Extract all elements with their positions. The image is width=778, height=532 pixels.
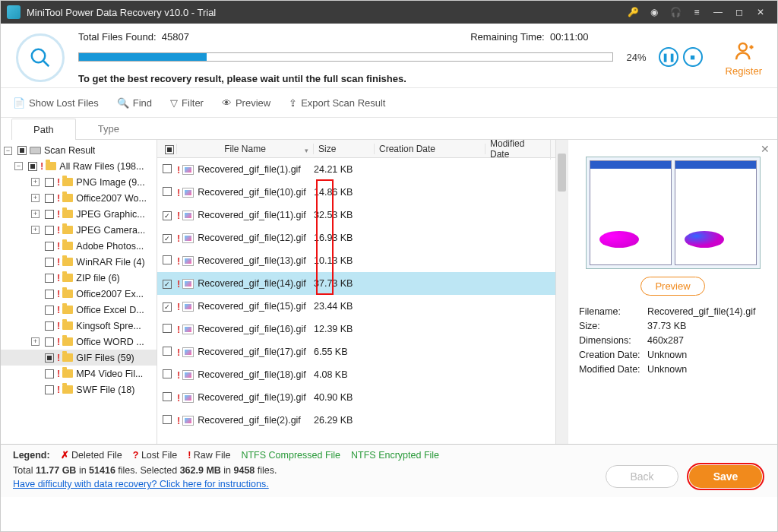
tree-item[interactable]: !SWF File (18) [1, 382, 157, 397]
close-button[interactable]: ✕ [751, 3, 770, 21]
tree-item[interactable]: +!JPEG Graphic... [1, 206, 157, 222]
file-row[interactable]: !Recovered_gif_file(17).gif6.55 KB [157, 340, 555, 363]
file-row[interactable]: ✓!Recovered_gif_file(14).gif37.73 KB [157, 272, 555, 295]
help-link[interactable]: Have difficulty with data recovery? Clic… [13, 479, 269, 489]
file-name: Recovered_gif_file(17).gif [198, 347, 305, 357]
file-size: 37.73 KB [314, 278, 375, 289]
file-checkbox[interactable] [163, 255, 172, 264]
filter-button[interactable]: ▽ Filter [170, 97, 204, 109]
stop-button[interactable]: ■ [683, 47, 703, 67]
file-name: Recovered_gif_file(15).gif [198, 301, 305, 312]
show-lost-files-button[interactable]: 📄 Show Lost Files [13, 97, 99, 109]
tree-item[interactable]: !WinRAR File (4) [1, 254, 157, 270]
col-size[interactable]: Size [314, 144, 375, 154]
file-row[interactable]: ✓!Recovered_gif_file(15).gif23.44 KB [157, 295, 555, 318]
file-name: Recovered_gif_file(11).gif [198, 210, 305, 220]
app-title: MiniTool Power Data Recovery v10.0 - Tri… [27, 7, 216, 18]
file-size: 12.39 KB [314, 324, 375, 334]
file-row[interactable]: ✓!Recovered_gif_file(11).gif32.53 KB [157, 204, 555, 226]
file-checkbox[interactable] [163, 324, 172, 333]
find-button[interactable]: 🔍 Find [117, 97, 152, 109]
tree-item[interactable]: −!All Raw Files (198... [1, 158, 157, 174]
scan-icon [16, 33, 65, 82]
file-list-scrollbar[interactable] [555, 140, 568, 444]
close-preview-icon[interactable]: ✕ [761, 143, 770, 155]
tree-item[interactable]: +!JPEG Camera... [1, 222, 157, 238]
minimize-button[interactable]: — [709, 3, 727, 21]
col-filename[interactable]: File Name▾ [177, 144, 314, 154]
meta-modified-label: Modified Date: [579, 364, 647, 375]
file-row[interactable]: !Recovered_gif_file(1).gif24.21 KB [157, 158, 555, 181]
tree-item[interactable]: !GIF Files (59) [1, 350, 157, 366]
headphones-icon[interactable]: 🎧 [666, 3, 685, 21]
tree-item[interactable]: !Office2007 Ex... [1, 286, 157, 302]
tree-item[interactable]: !Office Excel D... [1, 302, 157, 318]
file-size: 40.90 KB [314, 392, 375, 403]
tree-item[interactable]: +!PNG Image (9... [1, 174, 157, 190]
scan-hint: To get the best recovery result, please … [78, 73, 703, 84]
titlebar: MiniTool Power Data Recovery v10.0 - Tri… [1, 1, 777, 24]
key-icon[interactable]: 🔑 [624, 3, 642, 21]
file-icon [182, 347, 194, 357]
maximize-button[interactable]: ◻ [730, 3, 748, 21]
disc-icon[interactable]: ◉ [645, 3, 663, 21]
select-all-checkbox[interactable] [165, 145, 174, 154]
tree-item[interactable]: !Kingsoft Spre... [1, 318, 157, 334]
file-icon [182, 279, 194, 289]
meta-size-value: 37.73 KB [647, 321, 686, 331]
file-row[interactable]: !Recovered_gif_file(16).gif12.39 KB [157, 318, 555, 340]
file-checkbox[interactable] [163, 164, 172, 173]
preview-toolbar-button[interactable]: 👁 Preview [222, 97, 270, 109]
tab-type[interactable]: Type [76, 118, 141, 139]
tree-item[interactable]: !MP4 Video Fil... [1, 366, 157, 382]
file-name: Recovered_gif_file(1).gif [198, 164, 301, 175]
preview-panel: ✕ Preview Filename:Recovered_gif_file(14… [568, 140, 777, 444]
progress-bar [78, 52, 613, 62]
meta-modified-value: Unknown [647, 364, 687, 375]
file-row[interactable]: !Recovered_gif_file(13).gif10.13 KB [157, 249, 555, 272]
meta-dimensions-label: Dimensions: [579, 335, 647, 346]
file-icon [182, 370, 194, 380]
folder-tree[interactable]: −Scan Result −!All Raw Files (198...+!PN… [1, 140, 157, 444]
file-checkbox[interactable] [163, 369, 172, 378]
tree-item[interactable]: +!Office WORD ... [1, 334, 157, 350]
file-checkbox[interactable] [163, 415, 172, 424]
meta-size-label: Size: [579, 321, 647, 331]
tab-path[interactable]: Path [11, 119, 76, 140]
meta-creation-value: Unknown [647, 350, 687, 360]
preview-button[interactable]: Preview [640, 277, 704, 296]
status-bar: Legend: ✗ Deleted File ? Lost File ! Raw… [1, 444, 777, 497]
file-row[interactable]: !Recovered_gif_file(19).gif40.90 KB [157, 386, 555, 409]
file-checkbox[interactable]: ✓ [163, 280, 172, 289]
tree-root[interactable]: −Scan Result [1, 143, 157, 158]
file-row[interactable]: !Recovered_gif_file(10).gif14.86 KB [157, 181, 555, 204]
total-files-label: Total Files Found: 45807 [78, 31, 189, 43]
file-checkbox[interactable]: ✓ [163, 211, 172, 220]
file-checkbox[interactable]: ✓ [163, 234, 172, 243]
col-creation-date[interactable]: Creation Date [375, 144, 485, 154]
file-name: Recovered_gif_file(14).gif [198, 278, 305, 289]
file-name: Recovered_gif_file(2).gif [198, 415, 301, 426]
col-modified-date[interactable]: Modified Date [485, 140, 551, 160]
file-checkbox[interactable] [163, 347, 172, 356]
file-checkbox[interactable]: ✓ [163, 302, 172, 312]
back-button[interactable]: Back [606, 465, 678, 488]
file-icon [182, 211, 194, 220]
pause-button[interactable]: ❚❚ [659, 47, 678, 67]
file-row[interactable]: ✓!Recovered_gif_file(12).gif16.93 KB [157, 226, 555, 249]
file-checkbox[interactable] [163, 392, 172, 401]
menu-icon[interactable]: ≡ [688, 3, 706, 21]
main-panel: −Scan Result −!All Raw Files (198...+!PN… [1, 140, 777, 444]
tree-item[interactable]: !Adobe Photos... [1, 238, 157, 254]
file-checkbox[interactable] [163, 187, 172, 196]
tree-item[interactable]: !ZIP file (6) [1, 270, 157, 286]
file-icon [182, 393, 194, 403]
export-scan-button[interactable]: ⇪ Export Scan Result [289, 97, 385, 109]
register-icon [732, 40, 755, 62]
file-size: 24.21 KB [314, 164, 375, 175]
file-row[interactable]: !Recovered_gif_file(18).gif4.08 KB [157, 363, 555, 386]
save-button[interactable]: Save [689, 465, 762, 488]
file-row[interactable]: !Recovered_gif_file(2).gif26.29 KB [157, 409, 555, 432]
register-button[interactable]: Register [726, 40, 762, 77]
tree-item[interactable]: +!Office2007 Wo... [1, 190, 157, 206]
